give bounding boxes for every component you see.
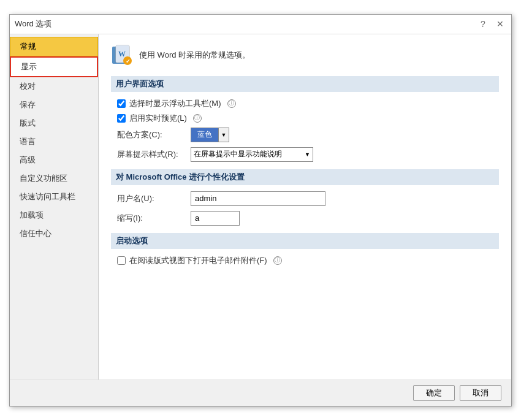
color-scheme-dropdown-arrow[interactable]: ▼	[218, 128, 229, 142]
email-attachment-label: 在阅读版式视图下打开电子邮件附件(F)	[129, 255, 267, 266]
svg-text:✓: ✓	[126, 58, 131, 64]
sidebar-item-addins[interactable]: 加载项	[10, 206, 98, 224]
dialog-footer: 确定 取消	[10, 380, 511, 406]
header-description: 使用 Word 时采用的常规选项。	[139, 50, 250, 61]
sidebar-item-proofing[interactable]: 校对	[10, 77, 98, 96]
live-preview-label: 启用实时预览(L)	[129, 113, 187, 124]
show-toolbar-label: 选择时显示浮动工具栏(M)	[129, 98, 221, 109]
live-preview-info-icon: ⓘ	[193, 114, 202, 123]
email-attachment-checkbox[interactable]	[117, 256, 126, 265]
content-header: W ✓ 使用 Word 时采用的常规选项。	[111, 44, 499, 66]
personalize-section-title: 对 Microsoft Office 进行个性化设置	[111, 169, 499, 185]
username-input[interactable]	[191, 191, 325, 206]
sidebar-item-quickaccess[interactable]: 快速访问工具栏	[10, 188, 98, 206]
sidebar-item-customize[interactable]: 自定义功能区	[10, 169, 98, 188]
cancel-button[interactable]: 取消	[460, 385, 501, 401]
dialog-body: 常规 显示 校对 保存 版式 语言 高级 自定义功能区	[10, 34, 511, 380]
sidebar-item-general[interactable]: 常规	[10, 37, 98, 56]
word-options-icon: W ✓	[111, 44, 133, 66]
main-content: W ✓ 使用 Word 时采用的常规选项。 用户界面选项 选择时显示浮动工具栏(…	[99, 34, 511, 380]
show-toolbar-info-icon: ⓘ	[227, 99, 236, 108]
title-bar: Word 选项 ? ✕	[10, 15, 511, 34]
startup-section-title: 启动选项	[111, 233, 499, 249]
close-button[interactable]: ✕	[494, 18, 506, 30]
abbr-row: 缩写(I):	[111, 211, 499, 226]
sidebar-item-advanced[interactable]: 高级	[10, 151, 98, 169]
color-scheme-row: 配色方案(C): 蓝色 ▼	[111, 128, 499, 142]
sidebar-item-language[interactable]: 语言	[10, 132, 98, 151]
username-row: 用户名(U):	[111, 191, 499, 206]
sidebar-item-format[interactable]: 版式	[10, 114, 98, 132]
word-options-dialog: Word 选项 ? ✕ 常规 显示 校对 保存 版式 语言	[9, 14, 512, 407]
color-scheme-label: 配色方案(C):	[117, 129, 191, 140]
screen-tip-label: 屏幕提示样式(R):	[117, 149, 191, 160]
screen-tip-dropdown-arrow: ▼	[305, 151, 310, 158]
ok-button[interactable]: 确定	[413, 385, 455, 401]
dialog-title: Word 选项	[15, 18, 51, 29]
live-preview-row: 启用实时预览(L) ⓘ	[111, 113, 499, 124]
sidebar: 常规 显示 校对 保存 版式 语言 高级 自定义功能区	[10, 34, 99, 380]
sidebar-item-trustcenter[interactable]: 信任中心	[10, 224, 98, 243]
screen-tip-select[interactable]: 在屏幕提示中显示功能说明 ▼	[191, 147, 313, 162]
screen-tip-row: 屏幕提示样式(R): 在屏幕提示中显示功能说明 ▼	[111, 147, 499, 162]
color-scheme-value[interactable]: 蓝色	[191, 128, 218, 142]
abbr-label: 缩写(I):	[117, 213, 191, 224]
title-bar-buttons: ? ✕	[477, 18, 506, 30]
sidebar-item-display[interactable]: 显示	[10, 56, 98, 77]
username-label: 用户名(U):	[117, 193, 191, 204]
ui-section-title: 用户界面选项	[111, 76, 499, 92]
abbr-input[interactable]	[191, 211, 240, 226]
email-attachment-info-icon: ⓘ	[273, 256, 282, 265]
sidebar-item-save[interactable]: 保存	[10, 96, 98, 114]
color-scheme-select[interactable]: 蓝色 ▼	[191, 128, 229, 142]
help-button[interactable]: ?	[477, 18, 489, 30]
email-attachment-row: 在阅读版式视图下打开电子邮件附件(F) ⓘ	[111, 255, 499, 266]
show-toolbar-row: 选择时显示浮动工具栏(M) ⓘ	[111, 98, 499, 109]
screen-tip-value: 在屏幕提示中显示功能说明	[194, 149, 282, 159]
live-preview-checkbox[interactable]	[117, 114, 126, 123]
svg-text:W: W	[118, 50, 126, 58]
show-toolbar-checkbox[interactable]	[117, 99, 126, 108]
